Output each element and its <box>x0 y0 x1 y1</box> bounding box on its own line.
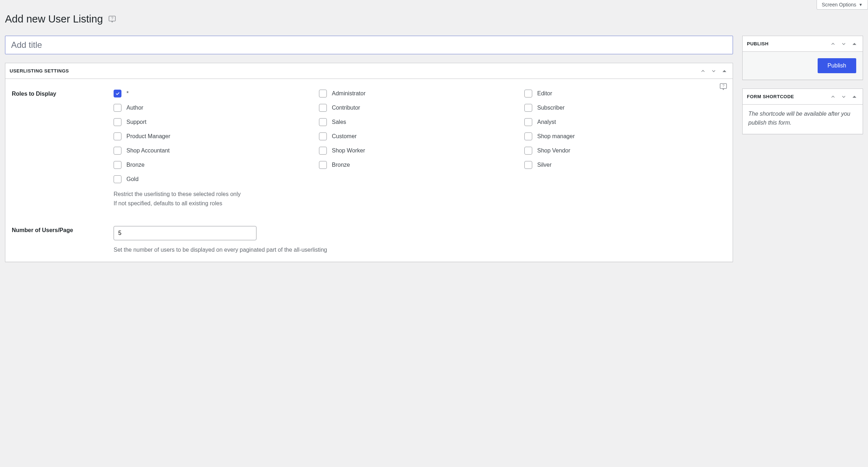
role-label: Support <box>126 119 146 125</box>
role-label: Analyst <box>537 119 556 125</box>
checkbox-icon[interactable] <box>524 118 532 126</box>
checkbox-icon[interactable] <box>524 90 532 97</box>
checkbox-icon[interactable] <box>319 118 327 126</box>
move-down-icon[interactable] <box>840 40 848 48</box>
role-checkbox-item[interactable]: Customer <box>319 132 521 140</box>
role-checkbox-item[interactable]: Product Manager <box>114 132 315 140</box>
chevron-down-icon: ▼ <box>859 2 863 7</box>
publish-box-title: PUBLISH <box>747 41 769 46</box>
checkbox-icon[interactable] <box>114 132 121 140</box>
role-label: Contributor <box>332 105 360 111</box>
move-up-icon[interactable] <box>699 67 707 75</box>
checkbox-icon[interactable] <box>114 104 121 112</box>
checkbox-icon[interactable] <box>114 118 121 126</box>
role-checkbox-item[interactable]: Editor <box>524 90 726 97</box>
checkbox-icon[interactable] <box>114 175 121 183</box>
role-checkbox-item[interactable]: Silver <box>524 161 726 169</box>
role-label: Customer <box>332 133 356 140</box>
role-checkbox-item[interactable]: Sales <box>319 118 521 126</box>
role-checkbox-item[interactable]: Shop Accountant <box>114 147 315 155</box>
checkbox-icon[interactable] <box>319 147 327 155</box>
screen-options-label: Screen Options <box>822 2 857 7</box>
role-checkbox-item[interactable]: Bronze <box>319 161 521 169</box>
move-up-icon[interactable] <box>829 93 837 101</box>
role-label: Shop Accountant <box>126 147 170 154</box>
role-label: Subscriber <box>537 105 564 111</box>
role-label: Author <box>126 105 143 111</box>
checkbox-icon[interactable] <box>524 147 532 155</box>
roles-help-2: If not specified, defaults to all existi… <box>114 199 726 208</box>
users-per-page-help: Set the number of users to be displayed … <box>114 245 726 255</box>
role-label: Gold <box>126 176 139 182</box>
role-checkbox-item[interactable]: Contributor <box>319 104 521 112</box>
role-checkbox-item[interactable]: Shop Vendor <box>524 147 726 155</box>
toggle-panel-icon[interactable] <box>850 40 858 48</box>
toggle-panel-icon[interactable] <box>720 67 728 75</box>
role-checkbox-item[interactable]: Subscriber <box>524 104 726 112</box>
checkbox-icon[interactable] <box>319 161 327 169</box>
help-icon[interactable]: ? <box>719 82 728 92</box>
shortcode-box-title: FORM SHORTCODE <box>747 94 794 99</box>
toggle-panel-icon[interactable] <box>850 93 858 101</box>
shortcode-message: The shortcode will be available after yo… <box>743 105 863 134</box>
role-checkbox-item[interactable]: Author <box>114 104 315 112</box>
role-label: Product Manager <box>126 133 170 140</box>
checkbox-icon[interactable] <box>524 132 532 140</box>
checkbox-icon[interactable] <box>114 90 121 97</box>
form-shortcode-box: FORM SHORTCODE The shortcode will be ava… <box>742 89 863 134</box>
checkbox-icon[interactable] <box>319 132 327 140</box>
role-label: Sales <box>332 119 346 125</box>
role-label: Bronze <box>126 162 145 168</box>
roles-label: Roles to Display <box>12 90 114 97</box>
role-label: Silver <box>537 162 552 168</box>
role-checkbox-item[interactable]: Shop manager <box>524 132 726 140</box>
users-per-page-input[interactable] <box>114 226 256 240</box>
checkbox-icon[interactable] <box>114 147 121 155</box>
userlisting-settings-box: USERLISTING SETTINGS <box>5 63 733 262</box>
role-checkbox-item[interactable]: Shop Worker <box>319 147 521 155</box>
move-down-icon[interactable] <box>710 67 718 75</box>
role-label: Administrator <box>332 90 365 97</box>
role-checkbox-item[interactable]: Bronze <box>114 161 315 169</box>
help-icon[interactable]: ? <box>108 15 116 24</box>
role-checkbox-item[interactable]: Administrator <box>319 90 521 97</box>
role-label: Editor <box>537 90 552 97</box>
settings-box-title: USERLISTING SETTINGS <box>10 68 69 74</box>
move-down-icon[interactable] <box>840 93 848 101</box>
move-up-icon[interactable] <box>829 40 837 48</box>
role-checkbox-item[interactable]: Support <box>114 118 315 126</box>
checkbox-icon[interactable] <box>114 161 121 169</box>
svg-text:?: ? <box>722 84 724 88</box>
role-label: Shop Vendor <box>537 147 570 154</box>
publish-button[interactable]: Publish <box>818 58 856 73</box>
role-label: Shop Worker <box>332 147 365 154</box>
role-checkbox-item[interactable]: Analyst <box>524 118 726 126</box>
checkbox-icon[interactable] <box>319 104 327 112</box>
role-checkbox-item[interactable]: * <box>114 90 315 97</box>
role-checkbox-item[interactable]: Gold <box>114 175 315 183</box>
publish-box: PUBLISH Publish <box>742 36 863 80</box>
checkbox-icon[interactable] <box>524 161 532 169</box>
users-per-page-label: Number of Users/Page <box>12 226 114 234</box>
role-label: Shop manager <box>537 133 575 140</box>
svg-text:?: ? <box>111 16 113 20</box>
roles-help-1: Restrict the userlisting to these select… <box>114 190 726 199</box>
role-label: Bronze <box>332 162 350 168</box>
page-title: Add new User Listing <box>5 13 103 25</box>
role-label: * <box>126 90 129 97</box>
checkbox-icon[interactable] <box>524 104 532 112</box>
checkbox-icon[interactable] <box>319 90 327 97</box>
title-input[interactable] <box>5 36 733 54</box>
screen-options-button[interactable]: Screen Options ▼ <box>817 0 868 10</box>
